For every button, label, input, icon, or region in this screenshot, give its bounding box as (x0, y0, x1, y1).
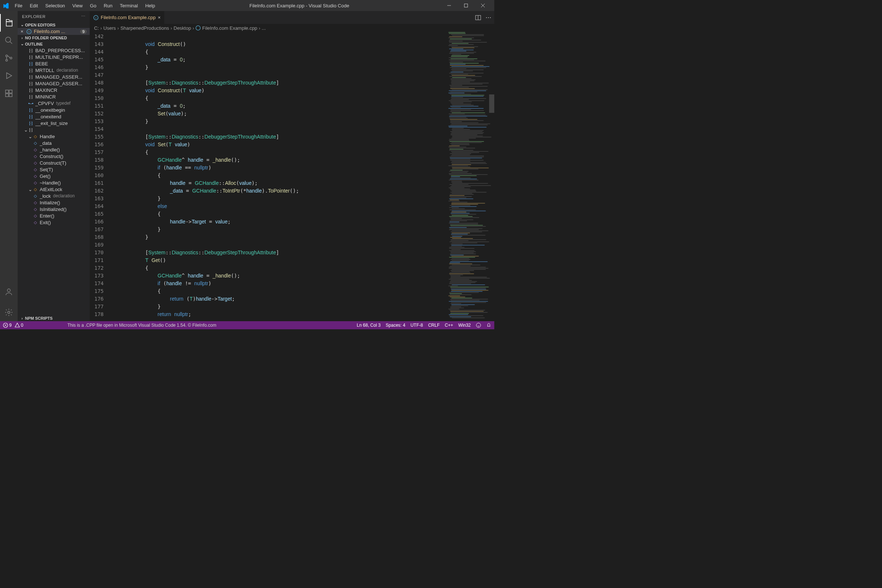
minimap-viewport[interactable] (489, 94, 494, 113)
outline-item[interactable]: ◇Get() (18, 173, 90, 179)
outline-item[interactable]: ◇Construct(T) (18, 159, 90, 166)
minimize-button[interactable] (441, 0, 458, 11)
section-label: OUTLINE (25, 42, 43, 46)
close-icon[interactable]: × (21, 28, 27, 34)
status-errors[interactable]: 9 (3, 322, 12, 328)
tab-file[interactable]: c FileInfo.com Example.cpp × (90, 11, 165, 24)
outline-item[interactable]: ◇~Handle() (18, 179, 90, 186)
close-button[interactable] (474, 0, 491, 11)
crumb[interactable]: ... (262, 26, 266, 31)
status-spaces[interactable]: Spaces: 4 (386, 322, 405, 328)
close-icon[interactable]: × (158, 15, 161, 20)
crumb[interactable]: Desktop (174, 26, 191, 31)
outline-item[interactable]: ◇Set(T) (18, 166, 90, 173)
outline-item[interactable]: ◇Exit() (18, 219, 90, 226)
explorer-icon[interactable] (0, 14, 18, 32)
menu-help[interactable]: Help (142, 2, 158, 10)
outline-item[interactable]: ⌄◇AtExitLock (18, 186, 90, 193)
outline-item[interactable]: [·]BEBE (18, 60, 90, 67)
outline-item[interactable]: [·]MANAGED_ASSER... (18, 80, 90, 87)
svg-point-22 (196, 26, 200, 30)
svg-marker-9 (7, 73, 12, 79)
line-number-gutter[interactable]: 142 143 144 145 146 147 148 149 150 151 … (90, 32, 108, 321)
open-editor-label: FileInfo.com ... (34, 28, 79, 34)
crumb[interactable]: C: (94, 26, 99, 31)
svg-point-7 (6, 60, 8, 62)
status-message: This is a .CPP file open in Microsoft Vi… (23, 322, 357, 328)
outline-item[interactable]: [·]BAD_PREPROCESS... (18, 47, 90, 54)
menu-go[interactable]: Go (87, 2, 99, 10)
outline-item[interactable]: ◇_handle() (18, 146, 90, 153)
minimap[interactable] (447, 32, 494, 321)
outline-item[interactable]: [·]MAXINCR (18, 87, 90, 93)
outline-item[interactable]: ◇IsInitialized() (18, 206, 90, 212)
svg-text:c: c (95, 16, 97, 20)
outline-item[interactable]: [·]MULTILINE_PREPR... (18, 54, 90, 60)
split-editor-icon[interactable] (475, 15, 481, 21)
status-ln-col[interactable]: Ln 68, Col 3 (357, 322, 381, 328)
open-editors-header[interactable]: ⌄OPEN EDITORS (18, 22, 90, 28)
vscode-icon (3, 3, 9, 9)
editor-tabs: c FileInfo.com Example.cpp × ⋯ (90, 11, 494, 24)
outline-item[interactable]: [·]__onexitend (18, 113, 90, 120)
maximize-button[interactable] (458, 0, 474, 11)
status-warnings[interactable]: 0 (15, 322, 24, 328)
status-bar: 9 0 This is a .CPP file open in Microsof… (0, 321, 494, 329)
crumb[interactable]: Users (103, 26, 116, 31)
svg-rect-12 (9, 94, 12, 97)
svg-point-6 (6, 55, 8, 57)
svg-point-26 (476, 323, 481, 327)
breadcrumbs[interactable]: C:› Users› SharpenedProductions› Desktop… (90, 24, 494, 32)
outline-item[interactable]: ◇Initialize() (18, 199, 90, 206)
bell-icon[interactable] (486, 322, 491, 328)
status-eol[interactable]: CRLF (428, 322, 440, 328)
outline-item[interactable]: •–•_CPVFVtypedef (18, 100, 90, 106)
crumb[interactable]: FileInfo.com Example.cpp (202, 26, 257, 31)
menu-view[interactable]: View (69, 2, 86, 10)
chevron-down-icon: ⌄ (19, 22, 25, 27)
more-icon[interactable]: ⋯ (486, 14, 491, 21)
feedback-icon[interactable] (476, 322, 481, 328)
extensions-icon[interactable] (0, 84, 18, 102)
accounts-icon[interactable] (0, 283, 18, 301)
menu-run[interactable]: Run (101, 2, 116, 10)
outline-item[interactable]: [·]__onexitbegin (18, 106, 90, 113)
outline-item[interactable]: [·]__exit_list_size (18, 120, 90, 126)
run-debug-icon[interactable] (0, 67, 18, 84)
outline-item[interactable]: ◇_data (18, 140, 90, 146)
cpp-file-icon: c (27, 29, 32, 34)
chevron-down-icon: ⌄ (19, 42, 25, 46)
outline-item[interactable]: ⌄[·] (18, 126, 90, 133)
svg-line-5 (10, 42, 12, 44)
menu-edit[interactable]: Edit (27, 2, 41, 10)
source-control-icon[interactable] (0, 49, 18, 67)
outline-item[interactable]: [·]MININCR (18, 93, 90, 100)
menu-terminal[interactable]: Terminal (117, 2, 141, 10)
status-encoding[interactable]: UTF-8 (411, 322, 423, 328)
menu-file[interactable]: File (12, 2, 26, 10)
code-editor[interactable]: void Construct() { _data = 0; } [System:… (108, 32, 447, 321)
outline-item[interactable]: ⌄◇Handle (18, 133, 90, 140)
status-lang[interactable]: C++ (445, 322, 453, 328)
status-os[interactable]: Win32 (458, 322, 471, 328)
outline-item[interactable]: ◇_lockdeclaration (18, 193, 90, 199)
more-icon[interactable]: ⋯ (81, 14, 86, 19)
outline-header[interactable]: ⌄OUTLINE (18, 41, 90, 47)
open-editor-item[interactable]: × c FileInfo.com ... 9 (18, 28, 90, 35)
settings-gear-icon[interactable] (0, 303, 18, 321)
outline-item[interactable]: ◇Enter() (18, 212, 90, 219)
editor-area: c FileInfo.com Example.cpp × ⋯ C:› Users… (90, 11, 494, 321)
section-label: OPEN EDITORS (25, 23, 56, 27)
outline-item[interactable]: [·]MRTDLLdeclaration (18, 67, 90, 74)
svg-rect-13 (9, 90, 12, 93)
crumb[interactable]: SharpenedProductions (120, 26, 169, 31)
menu-selection[interactable]: Selection (42, 2, 68, 10)
warning-count: 0 (21, 322, 24, 328)
outline-item[interactable]: ◇Construct() (18, 153, 90, 159)
no-folder-header[interactable]: ›NO FOLDER OPENED (18, 35, 90, 41)
outline-item[interactable]: [·]MANAGED_ASSER... (18, 74, 90, 80)
activity-bar (0, 11, 18, 321)
npm-scripts-header[interactable]: ›NPM SCRIPTS (18, 315, 90, 321)
search-icon[interactable] (0, 32, 18, 49)
svg-point-8 (10, 57, 12, 59)
